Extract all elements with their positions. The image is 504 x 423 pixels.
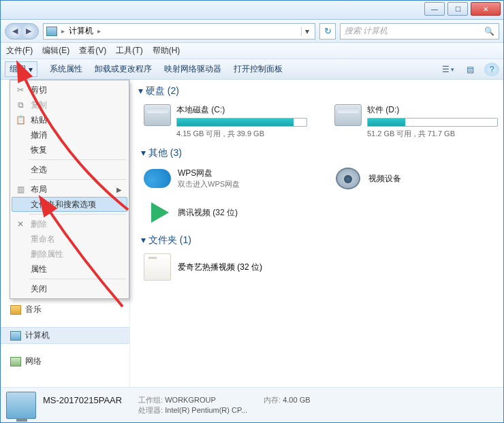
paste-icon: 📋: [15, 114, 26, 125]
sidebar-item-label: 网络: [25, 356, 42, 367]
back-button[interactable]: ◀: [8, 25, 22, 38]
caret-down-icon: ▾: [451, 66, 454, 73]
status-workgroup-label: 工作组:: [138, 396, 163, 404]
dd-remove-properties[interactable]: 删除属性: [12, 247, 127, 262]
separator: [29, 214, 126, 215]
dd-folder-search-options[interactable]: 文件夹和搜索选项: [12, 197, 127, 212]
status-bar: MS-20170215PAAR 工作组: WORKGROUP 处理器: Inte…: [1, 387, 503, 422]
toolbar: 组织 ▾ 系统属性 卸载或更改程序 映射网络驱动器 打开控制面板 ☰▾ ▤ ?: [1, 59, 503, 80]
computer-icon: [46, 27, 57, 36]
address-dropdown-icon[interactable]: ▾: [301, 27, 312, 36]
titlebar: — ☐ ✕: [1, 1, 503, 20]
breadcrumb-computer[interactable]: 计算机: [69, 25, 93, 37]
layout-icon: ▥: [15, 184, 26, 195]
status-memory-label: 内存:: [264, 396, 281, 404]
content-pane: ▾ 硬盘 (2) 本地磁盘 (C:) 4.15 GB 可用 , 共 39.9 G…: [130, 80, 503, 387]
other-wps[interactable]: WPS网盘 双击进入WPS网盘: [144, 166, 307, 191]
navigation-bar: ◀ ▶ ▸ 计算机 ▸ ▾ ↻ 搜索 计算机 🔍: [1, 20, 503, 43]
organize-dropdown: ✂剪切 ⧉复制 📋粘贴 撤消 恢复 全选 ▥布局▶ 文件夹和搜索选项 ✕删除 重…: [10, 80, 129, 299]
dd-rename[interactable]: 重命名: [12, 232, 127, 247]
section-other: ▾ 其他 (3): [141, 147, 498, 159]
folder-icon: [144, 253, 171, 281]
status-computer-name: MS-20170215PAAR: [43, 395, 122, 405]
dd-properties[interactable]: 属性: [12, 262, 127, 277]
address-bar[interactable]: ▸ 计算机 ▸ ▾: [43, 23, 315, 40]
dd-select-all[interactable]: 全选: [12, 162, 127, 177]
dd-delete[interactable]: ✕删除: [12, 217, 127, 232]
sidebar-item-network[interactable]: 网络: [1, 354, 129, 369]
status-workgroup: WORKGROUP: [165, 396, 216, 404]
dd-cut[interactable]: ✂剪切: [12, 82, 127, 97]
caret-down-icon: ▾: [29, 65, 33, 74]
view-icon: ☰: [442, 65, 450, 74]
status-cpu-label: 处理器:: [138, 406, 163, 414]
dd-redo[interactable]: 恢复: [12, 142, 127, 157]
sidebar-item-computer[interactable]: 计算机: [1, 327, 129, 344]
map-network-drive-button[interactable]: 映射网络驱动器: [164, 63, 221, 75]
copy-icon: ⧉: [15, 99, 26, 110]
search-icon: 🔍: [484, 27, 494, 36]
section-hard-drives: ▾ 硬盘 (2): [141, 85, 498, 97]
play-icon: [144, 200, 171, 225]
sidebar-item-music[interactable]: 音乐: [1, 302, 129, 317]
minimize-button[interactable]: —: [424, 2, 445, 16]
other-subtitle: 双击进入WPS网盘: [178, 179, 240, 189]
delete-icon: ✕: [15, 219, 26, 230]
separator: [29, 159, 126, 160]
forward-button[interactable]: ▶: [22, 25, 35, 38]
dd-layout[interactable]: ▥布局▶: [12, 182, 127, 197]
preview-pane-button[interactable]: ▤: [462, 63, 477, 76]
drive-icon: [144, 104, 171, 126]
menu-tools[interactable]: 工具(T): [116, 45, 142, 57]
breadcrumb-sep-icon: ▸: [96, 27, 102, 35]
dd-paste[interactable]: 📋粘贴: [12, 112, 127, 127]
cloud-icon: [144, 166, 171, 191]
refresh-button[interactable]: ↻: [319, 23, 336, 40]
menu-edit[interactable]: 编辑(E): [42, 45, 69, 57]
view-options-button[interactable]: ☰▾: [441, 63, 456, 76]
menu-help[interactable]: 帮助(H): [153, 45, 180, 57]
search-placeholder: 搜索 计算机: [345, 25, 388, 37]
camera-icon: [334, 166, 362, 191]
other-tencent-video[interactable]: 腾讯视频 (32 位): [144, 200, 307, 225]
breadcrumb-sep-icon: ▸: [60, 27, 66, 35]
dd-undo[interactable]: 撤消: [12, 127, 127, 142]
section-folders: ▾ 文件夹 (1): [141, 234, 498, 247]
folder-name: 爱奇艺热播视频 (32 位): [178, 262, 262, 273]
usage-bar: [367, 118, 498, 127]
submenu-arrow-icon: ▶: [116, 186, 122, 193]
other-title: 腾讯视频 (32 位): [178, 207, 238, 219]
status-memory: 4.00 GB: [283, 396, 310, 404]
help-icon: ?: [490, 65, 494, 74]
dd-copy[interactable]: ⧉复制: [12, 97, 127, 112]
organize-label: 组织: [10, 63, 26, 75]
usage-bar: [176, 118, 307, 127]
organize-button[interactable]: 组织 ▾: [5, 61, 37, 77]
menu-file[interactable]: 文件(F): [6, 45, 33, 57]
music-icon: [10, 305, 21, 315]
menubar: 文件(F) 编辑(E) 查看(V) 工具(T) 帮助(H): [1, 43, 503, 59]
computer-icon: [10, 331, 21, 341]
other-video-device[interactable]: 视频设备: [334, 166, 498, 191]
separator: [29, 179, 126, 180]
help-button[interactable]: ?: [484, 63, 499, 76]
drive-c[interactable]: 本地磁盘 (C:) 4.15 GB 可用 , 共 39.9 GB: [144, 104, 307, 139]
dd-close[interactable]: 关闭: [12, 281, 127, 296]
network-icon: [10, 357, 21, 366]
folder-item[interactable]: 爱奇艺热播视频 (32 位): [144, 253, 498, 281]
system-properties-button[interactable]: 系统属性: [50, 63, 82, 75]
maximize-button[interactable]: ☐: [447, 2, 468, 16]
scissors-icon: ✂: [15, 84, 26, 95]
menu-view[interactable]: 查看(V): [79, 45, 106, 57]
close-button[interactable]: ✕: [471, 2, 501, 16]
drive-d[interactable]: 软件 (D:) 51.2 GB 可用 , 共 71.7 GB: [334, 104, 498, 139]
search-input[interactable]: 搜索 计算机 🔍: [340, 23, 499, 40]
sidebar-item-label: 计算机: [25, 330, 50, 341]
open-control-panel-button[interactable]: 打开控制面板: [234, 63, 283, 75]
separator: [29, 279, 126, 279]
uninstall-programs-button[interactable]: 卸载或更改程序: [95, 63, 152, 75]
other-title: 视频设备: [368, 173, 401, 185]
computer-icon: [6, 392, 36, 419]
sidebar-item-label: 音乐: [25, 304, 42, 315]
drive-subtext: 51.2 GB 可用 , 共 71.7 GB: [367, 129, 498, 139]
